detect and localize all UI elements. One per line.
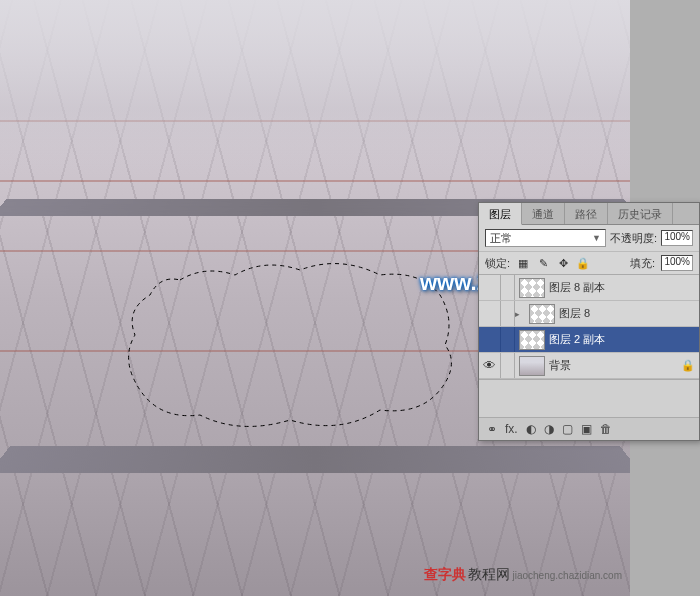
- layer-thumbnail[interactable]: [519, 356, 545, 376]
- blend-opacity-row: 正常 ▼ 不透明度: 100%: [479, 225, 699, 252]
- delete-layer-icon[interactable]: 🗑: [600, 422, 612, 436]
- visibility-toggle[interactable]: 👁: [479, 353, 501, 378]
- link-layers-icon[interactable]: ⚭: [487, 422, 497, 436]
- lock-move-icon[interactable]: ✥: [556, 256, 570, 270]
- layer-name[interactable]: 背景: [549, 358, 681, 373]
- new-layer-icon[interactable]: ▣: [581, 422, 592, 436]
- tab-channels[interactable]: 通道: [522, 203, 565, 224]
- layer-name[interactable]: 图层 8: [559, 306, 699, 321]
- layer-row[interactable]: ▸ 图层 8: [479, 301, 699, 327]
- layer-thumbnail[interactable]: [519, 278, 545, 298]
- lock-label: 锁定:: [485, 256, 510, 271]
- blend-mode-select[interactable]: 正常 ▼: [485, 229, 606, 247]
- layer-link-area[interactable]: [501, 301, 515, 326]
- watermark-label: 教程网: [468, 566, 510, 584]
- expand-icon[interactable]: ▸: [515, 309, 525, 319]
- visibility-toggle[interactable]: [479, 327, 501, 352]
- watermark-brand: 查字典: [424, 566, 466, 584]
- layer-row-selected[interactable]: 图层 2 副本: [479, 327, 699, 353]
- layer-name[interactable]: 图层 2 副本: [549, 332, 699, 347]
- fill-input[interactable]: 100%: [661, 255, 693, 271]
- layer-row[interactable]: 图层 8 副本: [479, 275, 699, 301]
- lock-all-icon[interactable]: 🔒: [576, 256, 590, 270]
- visibility-toggle[interactable]: [479, 301, 501, 326]
- lock-fill-row: 锁定: ▦ ✎ ✥ 🔒 填充: 100%: [479, 252, 699, 275]
- layer-thumbnail[interactable]: [529, 304, 555, 324]
- layer-link-area[interactable]: [501, 327, 515, 352]
- layer-row-background[interactable]: 👁 背景 🔒: [479, 353, 699, 379]
- visibility-toggle[interactable]: [479, 275, 501, 300]
- fill-label: 填充:: [630, 256, 655, 271]
- layers-list: 图层 8 副本 ▸ 图层 8 图层 2 副本 👁 背景 🔒: [479, 275, 699, 379]
- layer-name[interactable]: 图层 8 副本: [549, 280, 699, 295]
- tab-paths[interactable]: 路径: [565, 203, 608, 224]
- grid-line: [0, 180, 630, 182]
- lock-transparent-icon[interactable]: ▦: [516, 256, 530, 270]
- chevron-down-icon: ▼: [592, 233, 601, 243]
- layers-panel: 图层 通道 路径 历史记录 正常 ▼ 不透明度: 100% 锁定: ▦ ✎ ✥ …: [478, 202, 700, 441]
- panel-bottom-toolbar: ⚭ fx. ◐ ◑ ▢ ▣ 🗑: [479, 417, 699, 440]
- blend-mode-value: 正常: [490, 231, 512, 246]
- fog-overlay: [0, 0, 630, 180]
- layer-link-area[interactable]: [501, 275, 515, 300]
- watermark-domain: jiaocheng.chazidian.com: [512, 570, 622, 581]
- layer-mask-icon[interactable]: ◐: [526, 422, 536, 436]
- layers-empty-area: [479, 379, 699, 417]
- lock-brush-icon[interactable]: ✎: [536, 256, 550, 270]
- tab-layers[interactable]: 图层: [479, 203, 522, 225]
- opacity-label: 不透明度:: [610, 231, 657, 246]
- layer-thumbnail[interactable]: [519, 330, 545, 350]
- tab-history[interactable]: 历史记录: [608, 203, 673, 224]
- lock-icon: 🔒: [681, 359, 699, 372]
- opacity-input[interactable]: 100%: [661, 230, 693, 246]
- layer-style-icon[interactable]: fx.: [505, 422, 518, 436]
- group-icon[interactable]: ▢: [562, 422, 573, 436]
- adjustment-layer-icon[interactable]: ◑: [544, 422, 554, 436]
- panel-tabs: 图层 通道 路径 历史记录: [479, 203, 699, 225]
- watermark-chazidian: 查字典 教程网 jiaocheng.chazidian.com: [424, 566, 622, 584]
- layer-link-area[interactable]: [501, 353, 515, 378]
- dark-tile-stripe: [0, 446, 630, 473]
